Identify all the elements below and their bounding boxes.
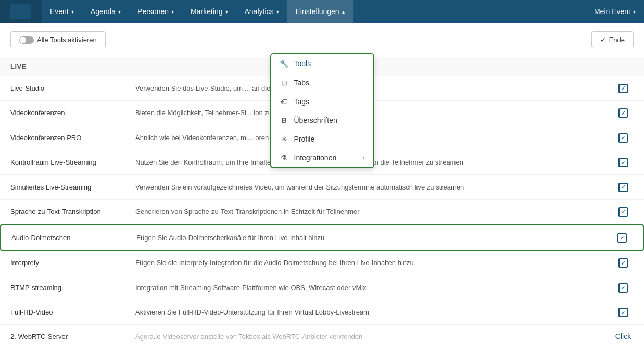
- toggle-icon: [19, 36, 34, 44]
- nav-item-einstellungen[interactable]: Einstellungen ▴: [287, 0, 353, 23]
- wrench-icon: 🔧: [280, 59, 289, 68]
- nav-item-personen[interactable]: Personen ▾: [129, 0, 182, 23]
- click-link[interactable]: Click: [615, 332, 631, 341]
- row-name: Audio-Dolmetschen: [11, 234, 126, 242]
- row-checkbox[interactable]: ✓: [613, 108, 634, 118]
- row-checkbox[interactable]: ✓: [613, 308, 634, 318]
- row-checkbox[interactable]: ✓: [613, 83, 634, 93]
- checkbox-icon: ✓: [618, 108, 628, 118]
- chevron-right-icon: ›: [363, 154, 365, 161]
- section-label: LIVE: [10, 62, 27, 70]
- row-checkbox[interactable]: ✓: [613, 182, 634, 192]
- dropdown-menu: 🔧 Tools ⊟ Tabs 🏷 Tags B Überschriften ✳ …: [270, 53, 374, 168]
- nav-item-analytics[interactable]: Analytics ▾: [236, 0, 287, 23]
- dropdown-item-tags[interactable]: 🏷 Tags: [271, 92, 373, 111]
- row-checkbox[interactable]: ✓: [613, 133, 634, 143]
- activate-all-label: Alle Tools aktivieren: [37, 36, 97, 44]
- nav-right-chevron: ▾: [633, 9, 636, 15]
- checkbox-icon: ✓: [618, 183, 628, 192]
- dropdown-item-integrationen[interactable]: ⚗ Integrationen ›: [271, 148, 373, 167]
- nav-item-event-chevron: ▾: [71, 9, 74, 15]
- table-row: Interprefy Fügen Sie die Interprefy-Inte…: [0, 251, 644, 276]
- checkbox-icon: ✓: [618, 283, 628, 293]
- nav-item-analytics-chevron: ▾: [276, 9, 279, 15]
- row-name: Live-Studio: [10, 84, 125, 92]
- end-button[interactable]: ✓ Ende: [591, 31, 634, 48]
- table-row: Simuliertes Live-Streaming Verwenden Sie…: [0, 175, 644, 200]
- nav-item-mein-event[interactable]: Mein Event ▾: [586, 0, 644, 23]
- nav-item-personen-label: Personen: [137, 7, 169, 16]
- row-desc: Verwenden Sie ein voraufgezeichnetes Vid…: [125, 183, 613, 191]
- row-desc: Generieren von Sprache-zu-Text-Transkrip…: [125, 208, 613, 216]
- dropdown-item-profile[interactable]: ✳ Profile: [271, 130, 373, 148]
- nav-item-agenda-chevron: ▾: [118, 9, 121, 15]
- nav-item-einstellungen-label: Einstellungen: [296, 7, 339, 16]
- row-name: RTMP-streaming: [10, 284, 125, 292]
- nav-right: Mein Event ▾: [586, 0, 644, 23]
- table-row: RTMP-streaming Integration mit Streaming…: [0, 275, 644, 300]
- nav-item-agenda-label: Agenda: [91, 7, 116, 16]
- check-icon: ✓: [600, 36, 606, 44]
- checkbox-icon: ✓: [618, 84, 628, 93]
- row-checkbox[interactable]: ✓: [613, 207, 634, 217]
- tabs-icon: ⊟: [280, 79, 289, 87]
- row-desc: Fügen Sie die Interprefy-Integration für…: [125, 259, 613, 267]
- row-action-link[interactable]: Click: [613, 332, 634, 341]
- asterisk-icon: ✳: [280, 135, 289, 143]
- dropdown-item-ueberschriften[interactable]: B Überschriften: [271, 111, 373, 130]
- main-area: Alle Tools aktivieren 🔧 Tools ⊟ Tabs 🏷 T…: [0, 23, 644, 352]
- table-row-webrtc: 2. WebRTC-Server Agora.io-Videoserver an…: [0, 325, 644, 348]
- row-name: 2. WebRTC-Server: [10, 333, 125, 341]
- checkbox-icon: ✓: [618, 133, 628, 143]
- nav-item-marketing-label: Marketing: [191, 7, 222, 16]
- top-navigation: Event ▾ Agenda ▾ Personen ▾ Marketing ▾ …: [0, 0, 644, 23]
- flask-icon: ⚗: [280, 154, 289, 162]
- nav-item-event[interactable]: Event ▾: [42, 0, 82, 23]
- dropdown-tabs-label: Tabs: [294, 79, 310, 87]
- logo-inner: [10, 4, 31, 19]
- tag-icon: 🏷: [280, 97, 289, 106]
- dropdown-item-tools[interactable]: 🔧 Tools: [271, 54, 373, 73]
- row-name: Videokonferenzen PRO: [10, 134, 125, 142]
- row-name: Videokonferenzen: [10, 109, 125, 117]
- row-name: Sprache-zu-Text-Transkription: [10, 208, 125, 216]
- row-checkbox[interactable]: ✓: [613, 283, 634, 293]
- checkbox-icon: ✓: [618, 258, 628, 268]
- nav-item-marketing[interactable]: Marketing ▾: [182, 0, 236, 23]
- table-row-audio-dolmetschen: Audio-Dolmetschen Fügen Sie Audio-Dolmet…: [0, 224, 644, 251]
- row-desc: Integration mit Streaming-Software-Platt…: [125, 284, 613, 292]
- nav-item-analytics-label: Analytics: [245, 7, 274, 16]
- checkbox-icon: ✓: [618, 308, 628, 317]
- nav-items: Event ▾ Agenda ▾ Personen ▾ Marketing ▾ …: [42, 0, 586, 23]
- nav-item-einstellungen-chevron: ▴: [342, 9, 345, 15]
- checkbox-icon: ✓: [617, 233, 627, 243]
- row-desc: Aktivieren Sie Full-HD-Video-Unterstützu…: [125, 308, 613, 316]
- row-desc: Agora.io-Videoserver anstelle von Tokbox…: [125, 333, 613, 341]
- table-row: Sprache-zu-Text-Transkription Generieren…: [0, 200, 644, 225]
- logo: [0, 0, 42, 23]
- toolbar-row: Alle Tools aktivieren 🔧 Tools ⊟ Tabs 🏷 T…: [0, 23, 644, 57]
- row-name: Full-HD-Video: [10, 308, 125, 316]
- bold-icon: B: [280, 116, 289, 124]
- nav-item-event-label: Event: [50, 7, 69, 16]
- dropdown-item-tabs[interactable]: ⊟ Tabs: [271, 73, 373, 92]
- dropdown-tags-label: Tags: [294, 97, 310, 106]
- nav-item-agenda[interactable]: Agenda ▾: [82, 0, 129, 23]
- dropdown-profile-label: Profile: [294, 135, 315, 143]
- row-name: Interprefy: [10, 259, 125, 267]
- table-row: Full-HD-Video Aktivieren Sie Full-HD-Vid…: [0, 300, 644, 325]
- row-checkbox[interactable]: ✓: [613, 158, 634, 168]
- checkbox-icon: ✓: [618, 207, 628, 217]
- end-label: Ende: [609, 36, 625, 44]
- row-desc: Fügen Sie Audio-Dolmetscherkanäle für Ih…: [126, 234, 612, 242]
- row-checkbox[interactable]: ✓: [613, 258, 634, 268]
- checkbox-icon: ✓: [618, 158, 628, 167]
- nav-item-personen-chevron: ▾: [171, 9, 174, 15]
- nav-item-mein-event-label: Mein Event: [594, 7, 630, 16]
- dropdown-tools-label: Tools: [294, 59, 311, 68]
- row-name: Simuliertes Live-Streaming: [10, 183, 125, 191]
- activate-all-button[interactable]: Alle Tools aktivieren: [10, 31, 106, 48]
- dropdown-ueberschriften-label: Überschriften: [294, 116, 337, 124]
- row-checkbox[interactable]: ✓: [612, 233, 633, 243]
- row-name: Kontrollraum Live-Streaming: [10, 158, 125, 166]
